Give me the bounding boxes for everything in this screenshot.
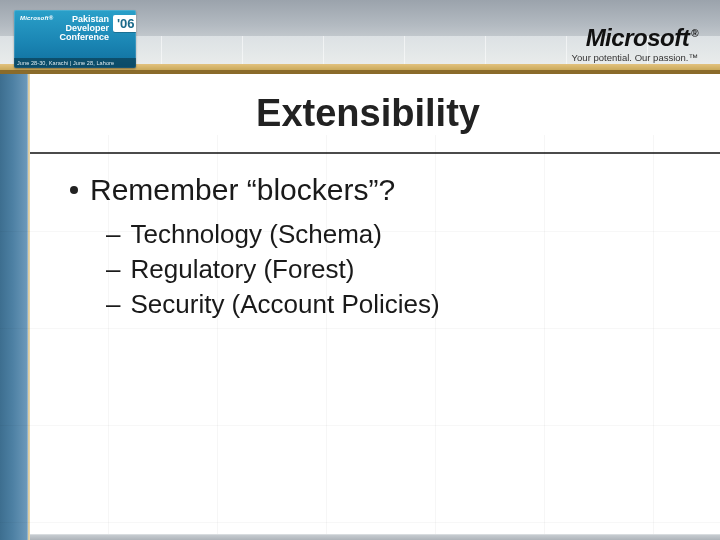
slide-title-area: Extensibility — [0, 92, 720, 135]
bullet-level2-text: Regulatory (Forest) — [130, 252, 354, 287]
bullet-level2-text: Technology (Schema) — [130, 217, 381, 252]
badge-dates: June 28-30, Karachi | June 28, Lahore — [14, 58, 136, 68]
slide-title: Extensibility — [40, 92, 696, 135]
badge-line-3: Conference — [59, 33, 109, 42]
bullet-level1-text: Remember “blockers”? — [90, 171, 395, 209]
bullet-dash-icon: – — [106, 252, 120, 287]
microsoft-logo-text: Microsoft — [586, 24, 690, 51]
bullet-dash-icon: – — [106, 217, 120, 252]
badge-year-chip: '06 — [113, 15, 136, 32]
microsoft-logo: Microsoft® — [586, 26, 698, 50]
footer-stripe — [30, 534, 720, 540]
header-band: Microsoft® Pakistan Developer Conference… — [0, 0, 720, 74]
microsoft-tagline: Your potential. Our passion.™ — [572, 52, 698, 63]
microsoft-logo-registered: ® — [691, 28, 698, 39]
conference-badge: Microsoft® Pakistan Developer Conference… — [14, 10, 136, 68]
bullet-dot-icon — [70, 186, 78, 194]
bullet-level2: – Security (Account Policies) — [106, 287, 680, 322]
slide-body: Remember “blockers”? – Technology (Schem… — [0, 135, 720, 540]
bullet-dash-icon: – — [106, 287, 120, 322]
badge-microsoft-mini: Microsoft® — [20, 15, 53, 21]
bullet-level2-text: Security (Account Policies) — [130, 287, 439, 322]
microsoft-brand: Microsoft® Your potential. Our passion.™ — [572, 26, 698, 63]
slide: Microsoft® Pakistan Developer Conference… — [0, 0, 720, 540]
bullet-level2: – Regulatory (Forest) — [106, 252, 680, 287]
bullet-level2: – Technology (Schema) — [106, 217, 680, 252]
bullet-level1: Remember “blockers”? — [70, 171, 680, 209]
